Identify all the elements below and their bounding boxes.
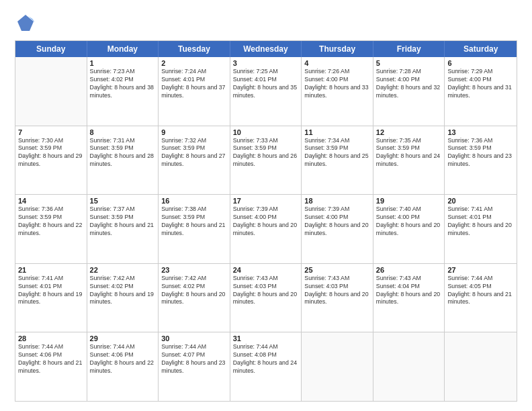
calendar-cell: 21Sunrise: 7:41 AMSunset: 4:01 PMDayligh… [15,264,87,332]
calendar-cell: 29Sunrise: 7:44 AMSunset: 4:06 PMDayligh… [87,332,159,401]
calendar-cell: 28Sunrise: 7:44 AMSunset: 4:06 PMDayligh… [15,332,87,401]
cell-info: Sunrise: 7:39 AMSunset: 4:00 PMDaylight:… [304,205,370,238]
cell-info: Sunrise: 7:24 AMSunset: 4:01 PMDaylight:… [161,68,227,100]
day-number: 24 [233,266,299,274]
day-of-week-header: Sunday [15,41,87,57]
logo-icon [15,12,36,34]
day-number: 11 [304,128,370,136]
calendar-cell [302,332,373,401]
day-number: 21 [18,266,84,274]
cell-info: Sunrise: 7:44 AMSunset: 4:06 PMDaylight:… [90,343,156,375]
day-number: 22 [90,266,156,274]
day-number: 17 [233,197,299,205]
calendar-cell: 14Sunrise: 7:36 AMSunset: 3:59 PMDayligh… [15,195,87,263]
cell-info: Sunrise: 7:37 AMSunset: 3:59 PMDaylight:… [90,205,156,238]
calendar-cell: 12Sunrise: 7:35 AMSunset: 3:59 PMDayligh… [373,126,445,195]
day-number: 19 [376,197,442,205]
day-number: 31 [233,334,299,342]
day-number: 4 [304,59,370,67]
cell-info: Sunrise: 7:29 AMSunset: 4:00 PMDaylight:… [447,68,514,100]
cell-info: Sunrise: 7:30 AMSunset: 3:59 PMDaylight:… [18,137,84,169]
calendar-cell: 22Sunrise: 7:42 AMSunset: 4:02 PMDayligh… [87,264,159,332]
day-number: 26 [376,266,442,274]
cell-info: Sunrise: 7:40 AMSunset: 4:00 PMDaylight:… [376,205,442,238]
day-of-week-header: Saturday [445,41,517,57]
calendar-week-row: 14Sunrise: 7:36 AMSunset: 3:59 PMDayligh… [15,195,517,264]
calendar-cell: 4Sunrise: 7:26 AMSunset: 4:00 PMDaylight… [302,57,373,126]
calendar-cell: 8Sunrise: 7:31 AMSunset: 3:59 PMDaylight… [87,126,159,195]
cell-info: Sunrise: 7:34 AMSunset: 3:59 PMDaylight:… [304,137,370,169]
day-number: 12 [376,128,442,136]
calendar-cell: 3Sunrise: 7:25 AMSunset: 4:01 PMDaylight… [230,57,302,126]
cell-info: Sunrise: 7:33 AMSunset: 3:59 PMDaylight:… [233,137,299,169]
cell-info: Sunrise: 7:42 AMSunset: 4:02 PMDaylight:… [90,275,156,307]
calendar-cell: 24Sunrise: 7:43 AMSunset: 4:03 PMDayligh… [230,264,302,332]
calendar-week-row: 21Sunrise: 7:41 AMSunset: 4:01 PMDayligh… [15,264,517,333]
cell-info: Sunrise: 7:43 AMSunset: 4:03 PMDaylight:… [304,275,370,307]
calendar-cell: 13Sunrise: 7:36 AMSunset: 3:59 PMDayligh… [445,126,517,195]
day-number: 28 [18,334,84,342]
calendar-header: SundayMondayTuesdayWednesdayThursdayFrid… [15,41,517,57]
day-number: 25 [304,266,370,274]
cell-info: Sunrise: 7:41 AMSunset: 4:01 PMDaylight:… [447,205,514,238]
cell-info: Sunrise: 7:43 AMSunset: 4:03 PMDaylight:… [233,275,299,307]
calendar-cell: 20Sunrise: 7:41 AMSunset: 4:01 PMDayligh… [445,195,517,263]
day-number: 14 [18,197,84,205]
cell-info: Sunrise: 7:41 AMSunset: 4:01 PMDaylight:… [18,275,84,307]
day-number: 16 [161,197,227,205]
day-number: 5 [376,59,442,67]
cell-info: Sunrise: 7:28 AMSunset: 4:00 PMDaylight:… [376,68,442,100]
calendar-cell [445,332,517,401]
page: SundayMondayTuesdayWednesdayThursdayFrid… [0,0,532,411]
cell-info: Sunrise: 7:35 AMSunset: 3:59 PMDaylight:… [376,137,442,169]
day-of-week-header: Monday [87,41,159,57]
calendar-cell: 1Sunrise: 7:23 AMSunset: 4:02 PMDaylight… [87,57,159,126]
day-number: 6 [447,59,514,67]
calendar-cell: 17Sunrise: 7:39 AMSunset: 4:00 PMDayligh… [230,195,302,263]
day-number: 9 [161,128,227,136]
day-number: 29 [90,334,156,342]
day-of-week-header: Thursday [302,41,373,57]
cell-info: Sunrise: 7:36 AMSunset: 3:59 PMDaylight:… [447,137,514,169]
day-number: 15 [90,197,156,205]
day-number: 20 [447,197,514,205]
day-of-week-header: Wednesday [230,41,302,57]
calendar-cell: 27Sunrise: 7:44 AMSunset: 4:05 PMDayligh… [445,264,517,332]
calendar-cell: 23Sunrise: 7:42 AMSunset: 4:02 PMDayligh… [159,264,230,332]
day-number: 13 [447,128,514,136]
day-number: 3 [233,59,299,67]
cell-info: Sunrise: 7:31 AMSunset: 3:59 PMDaylight:… [90,137,156,169]
cell-info: Sunrise: 7:44 AMSunset: 4:07 PMDaylight:… [161,343,227,375]
calendar-cell: 6Sunrise: 7:29 AMSunset: 4:00 PMDaylight… [445,57,517,126]
day-number: 7 [18,128,84,136]
calendar-cell [15,57,87,126]
calendar-cell: 7Sunrise: 7:30 AMSunset: 3:59 PMDaylight… [15,126,87,195]
calendar-cell: 26Sunrise: 7:43 AMSunset: 4:04 PMDayligh… [373,264,445,332]
cell-info: Sunrise: 7:26 AMSunset: 4:00 PMDaylight:… [304,68,370,100]
cell-info: Sunrise: 7:23 AMSunset: 4:02 PMDaylight:… [90,68,156,100]
calendar-cell: 11Sunrise: 7:34 AMSunset: 3:59 PMDayligh… [302,126,373,195]
day-number: 2 [161,59,227,67]
calendar-cell: 18Sunrise: 7:39 AMSunset: 4:00 PMDayligh… [302,195,373,263]
calendar-cell: 30Sunrise: 7:44 AMSunset: 4:07 PMDayligh… [159,332,230,401]
calendar-cell [373,332,445,401]
cell-info: Sunrise: 7:38 AMSunset: 3:59 PMDaylight:… [161,205,227,238]
calendar-cell: 19Sunrise: 7:40 AMSunset: 4:00 PMDayligh… [373,195,445,263]
day-of-week-header: Friday [373,41,445,57]
cell-info: Sunrise: 7:36 AMSunset: 3:59 PMDaylight:… [18,205,84,238]
cell-info: Sunrise: 7:39 AMSunset: 4:00 PMDaylight:… [233,205,299,238]
calendar-week-row: 28Sunrise: 7:44 AMSunset: 4:06 PMDayligh… [15,332,517,401]
calendar-cell: 10Sunrise: 7:33 AMSunset: 3:59 PMDayligh… [230,126,302,195]
svg-marker-0 [17,15,34,31]
day-number: 30 [161,334,227,342]
day-number: 18 [304,197,370,205]
day-number: 8 [90,128,156,136]
calendar-week-row: 7Sunrise: 7:30 AMSunset: 3:59 PMDaylight… [15,126,517,195]
day-number: 27 [447,266,514,274]
cell-info: Sunrise: 7:43 AMSunset: 4:04 PMDaylight:… [376,275,442,307]
cell-info: Sunrise: 7:44 AMSunset: 4:05 PMDaylight:… [447,275,514,307]
header [15,12,517,34]
cell-info: Sunrise: 7:44 AMSunset: 4:06 PMDaylight:… [18,343,84,375]
calendar-week-row: 1Sunrise: 7:23 AMSunset: 4:02 PMDaylight… [15,57,517,126]
cell-info: Sunrise: 7:44 AMSunset: 4:08 PMDaylight:… [233,343,299,375]
